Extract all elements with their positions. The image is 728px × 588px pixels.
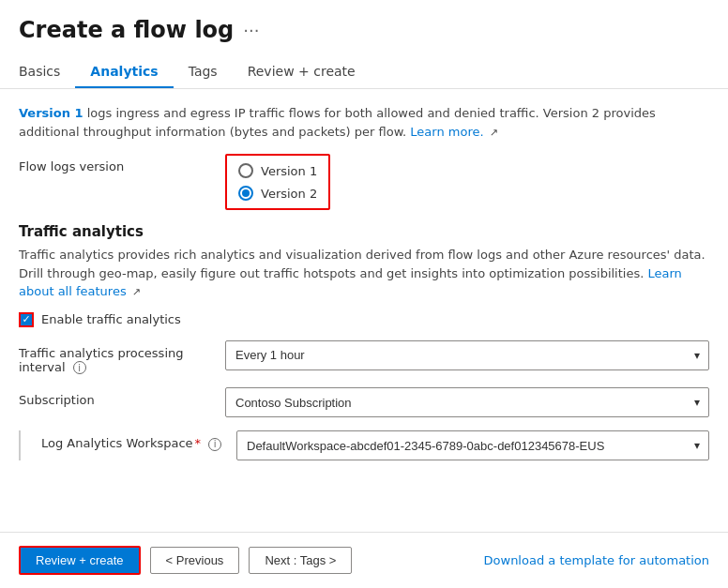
ellipsis-icon[interactable]: ··· — [243, 21, 259, 40]
learn-more-external-icon: ↗ — [490, 126, 498, 142]
header: Create a flow log ··· Basics Analytics T… — [0, 0, 728, 89]
flow-logs-version-row: Flow logs version Version 1 Version 2 — [19, 154, 709, 210]
radio-version1-label: Version 1 — [261, 164, 317, 178]
processing-interval-label: Traffic analytics processing interval i — [19, 340, 225, 375]
radio-version2-circle — [238, 186, 253, 201]
footer: Review + create < Previous Next : Tags >… — [0, 532, 728, 588]
download-template-link[interactable]: Download a template for automation — [484, 553, 709, 567]
version-radio-group: Version 1 Version 2 — [225, 154, 330, 210]
review-create-button[interactable]: Review + create — [19, 546, 141, 575]
previous-button[interactable]: < Previous — [150, 547, 240, 574]
processing-interval-info-icon[interactable]: i — [73, 361, 86, 374]
enable-traffic-row: ✓ Enable traffic analytics — [19, 312, 709, 327]
tab-review-create[interactable]: Review + create — [233, 56, 371, 88]
version-info-text: Version 1 logs ingress and egress IP tra… — [19, 104, 709, 141]
tab-tags[interactable]: Tags — [174, 56, 233, 88]
traffic-analytics-desc-text: Traffic analytics provides rich analytic… — [19, 248, 705, 280]
radio-version1-option[interactable]: Version 1 — [238, 163, 317, 178]
tab-analytics[interactable]: Analytics — [75, 56, 173, 88]
flow-logs-version-label: Flow logs version — [19, 154, 225, 173]
version-info-body: logs ingress and egress IP traffic flows… — [19, 106, 656, 139]
main-content: Version 1 logs ingress and egress IP tra… — [0, 89, 728, 532]
subscription-select[interactable]: Contoso Subscription — [225, 387, 709, 417]
subscription-control: Contoso Subscription ▾ — [225, 387, 709, 417]
processing-interval-row: Traffic analytics processing interval i … — [19, 340, 709, 375]
traffic-analytics-title: Traffic analytics — [19, 223, 709, 240]
processing-interval-select-wrapper: Every 1 hour ▾ — [225, 340, 709, 370]
workspace-control: DefaultWorkspace-abcdef01-2345-6789-0abc… — [236, 430, 709, 460]
version1-highlight: Version 1 — [19, 106, 83, 120]
checkmark-icon: ✓ — [22, 314, 30, 324]
workspace-select-wrapper: DefaultWorkspace-abcdef01-2345-6789-0abc… — [236, 430, 709, 460]
tab-nav: Basics Analytics Tags Review + create — [19, 56, 709, 88]
processing-interval-select[interactable]: Every 1 hour — [225, 340, 709, 370]
title-row: Create a flow log ··· — [19, 17, 709, 43]
tab-basics[interactable]: Basics — [19, 56, 75, 88]
traffic-analytics-desc: Traffic analytics provides rich analytic… — [19, 246, 709, 301]
workspace-row: Log Analytics Workspace* i DefaultWorksp… — [19, 430, 709, 460]
next-button[interactable]: Next : Tags > — [249, 547, 352, 574]
workspace-select[interactable]: DefaultWorkspace-abcdef01-2345-6789-0abc… — [236, 430, 709, 460]
workspace-indent-line — [19, 430, 38, 460]
enable-traffic-label[interactable]: Enable traffic analytics — [41, 312, 181, 326]
workspace-required-star: * — [195, 436, 202, 450]
workspace-label: Log Analytics Workspace* i — [41, 430, 221, 451]
radio-version2-option[interactable]: Version 2 — [238, 186, 317, 201]
page-container: Create a flow log ··· Basics Analytics T… — [0, 0, 728, 588]
enable-traffic-checkbox[interactable]: ✓ — [19, 312, 34, 327]
learn-more-link[interactable]: Learn more. — [410, 125, 483, 139]
processing-interval-control: Every 1 hour ▾ — [225, 340, 709, 370]
subscription-select-wrapper: Contoso Subscription ▾ — [225, 387, 709, 417]
flow-logs-version-control: Version 1 Version 2 — [225, 154, 709, 210]
workspace-info-icon[interactable]: i — [208, 438, 221, 451]
radio-version1-circle — [238, 163, 253, 178]
subscription-row: Subscription Contoso Subscription ▾ — [19, 387, 709, 417]
subscription-label: Subscription — [19, 387, 225, 407]
radio-version2-label: Version 2 — [261, 187, 317, 201]
workspace-label-group: Log Analytics Workspace* i — [19, 430, 225, 460]
page-title: Create a flow log — [19, 17, 234, 43]
learn-features-external-icon: ↗ — [132, 285, 141, 301]
